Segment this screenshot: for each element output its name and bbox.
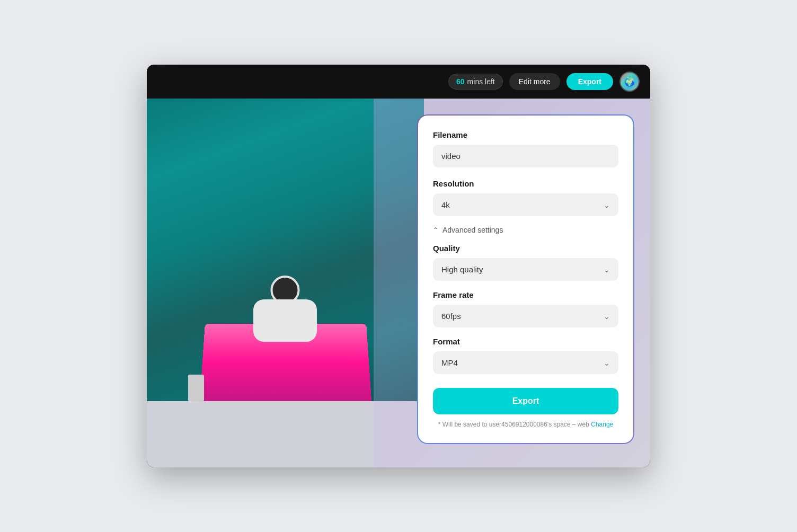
format-select[interactable]: MP4 MOV AVI WebM <box>433 351 618 374</box>
quality-section: Quality Low quality Medium quality High … <box>433 244 618 281</box>
resolution-select[interactable]: 720p 1080p 2K 4k <box>433 193 618 216</box>
top-bar: 60 mins left Edit more Export 🌍 <box>147 65 650 99</box>
mins-left-number: 60 <box>456 77 465 86</box>
resolution-label: Resolution <box>433 179 618 188</box>
quality-select-wrapper: Low quality Medium quality High quality … <box>433 258 618 281</box>
format-select-wrapper: MP4 MOV AVI WebM ⌄ <box>433 351 618 374</box>
astronaut-suit <box>253 299 317 342</box>
save-notice-text: * Will be saved to user4506912000086's s… <box>438 421 589 428</box>
quality-label: Quality <box>433 244 618 253</box>
app-window: 60 mins left Edit more Export 🌍 <box>147 65 650 467</box>
filename-input[interactable] <box>433 145 618 167</box>
format-section: Format MP4 MOV AVI WebM ⌄ <box>433 337 618 374</box>
mins-left-text: mins left <box>467 77 495 86</box>
filename-section: Filename <box>433 130 618 177</box>
pool-ladder <box>188 375 204 401</box>
advanced-settings-label: Advanced settings <box>442 226 503 234</box>
format-label: Format <box>433 337 618 346</box>
resolution-section: Resolution 720p 1080p 2K 4k ⌄ <box>433 179 618 216</box>
export-top-button[interactable]: Export <box>566 73 613 90</box>
edit-more-button[interactable]: Edit more <box>509 73 560 90</box>
main-content: Filename Resolution 720p 1080p 2K 4k ⌄ <box>147 99 650 467</box>
advanced-chevron-up-icon: ⌃ <box>433 226 438 234</box>
frame-rate-select-wrapper: 24fps 30fps 60fps ⌄ <box>433 305 618 327</box>
mins-left-badge: 60 mins left <box>448 74 503 90</box>
export-main-button[interactable]: Export <box>433 388 618 414</box>
astronaut-body <box>253 299 317 342</box>
astronaut-scene <box>202 205 369 401</box>
resolution-select-wrapper: 720p 1080p 2K 4k ⌄ <box>433 193 618 216</box>
save-notice: * Will be saved to user4506912000086's s… <box>433 421 618 428</box>
frame-rate-label: Frame rate <box>433 290 618 299</box>
export-panel-border: Filename Resolution 720p 1080p 2K 4k ⌄ <box>417 114 634 444</box>
frame-rate-select[interactable]: 24fps 30fps 60fps <box>433 305 618 327</box>
advanced-settings-toggle[interactable]: ⌃ Advanced settings <box>433 226 503 234</box>
filename-label: Filename <box>433 130 618 139</box>
quality-select[interactable]: Low quality Medium quality High quality <box>433 258 618 281</box>
change-link[interactable]: Change <box>591 421 613 428</box>
frame-rate-section: Frame rate 24fps 30fps 60fps ⌄ <box>433 290 618 327</box>
avatar[interactable]: 🌍 <box>619 72 640 92</box>
export-panel: Filename Resolution 720p 1080p 2K 4k ⌄ <box>418 116 633 443</box>
